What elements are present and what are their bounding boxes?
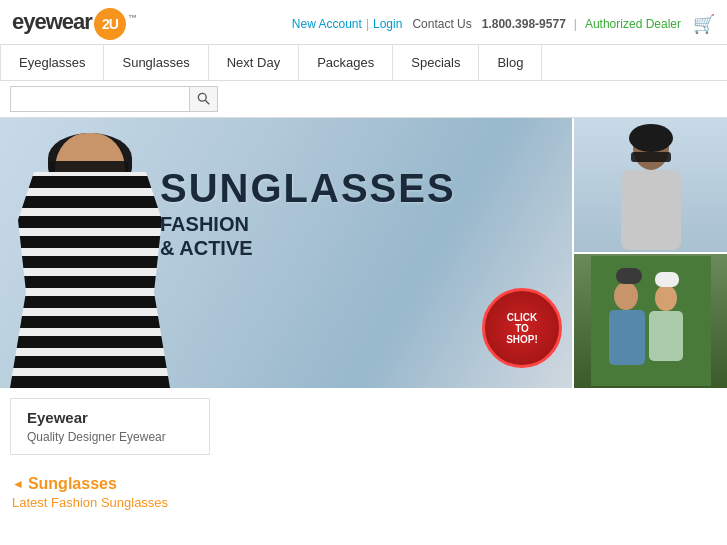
main-nav: Eyeglasses Sunglasses Next Day Packages … [0,44,727,81]
logo: eyewear2U™ [12,8,136,40]
banner-right-thumbnails [572,118,727,388]
banner-heading: SUNGLASSES [160,168,456,208]
search-bar [0,81,727,118]
svg-rect-8 [616,268,642,284]
contact-us: Contact Us [412,17,471,31]
logo-wear: wear [46,9,92,34]
logo-text: eyewear2U™ [12,8,136,40]
phone-number: 1.800.398-9577 [482,17,566,31]
nav-item-blog[interactable]: Blog [479,45,542,80]
card-subtitle: Quality Designer Eyewear [27,430,193,444]
svg-point-4 [629,124,673,152]
svg-point-7 [614,282,638,310]
search-button[interactable] [190,86,218,112]
banner-subheading: FASHION & ACTIVE [160,212,456,260]
thumb-top-person [611,120,691,250]
svg-rect-3 [621,170,681,250]
nav-item-eyeglasses[interactable]: Eyeglasses [0,45,104,80]
logo-badge: 2U [94,8,126,40]
eyewear-card: Eyewear Quality Designer Eyewear [10,398,210,455]
svg-rect-5 [631,152,671,162]
person-body [10,148,170,388]
login-link[interactable]: Login [373,17,402,31]
thumbnail-top [572,118,727,252]
nav-item-specials[interactable]: Specials [393,45,479,80]
sunglasses-title-text: Sunglasses [28,475,117,493]
authorized-dealer: Authorized Dealer [585,17,681,31]
card-title: Eyewear [27,409,193,426]
sep2: | [574,17,577,31]
svg-line-1 [205,100,209,104]
sep1: | [366,17,369,31]
nav-item-packages[interactable]: Packages [299,45,393,80]
svg-rect-11 [655,272,679,287]
sunglasses-section-subtitle[interactable]: Latest Fashion Sunglasses [12,495,715,510]
thumbnail-bottom [572,252,727,388]
svg-rect-9 [609,310,645,365]
click-to-shop-button[interactable]: CLICK TO SHOP! [482,288,562,368]
banner-main: SUNGLASSES FASHION & ACTIVE CLICK TO SHO… [0,118,572,388]
sunglasses-section-title[interactable]: Sunglasses [12,475,715,493]
header: eyewear2U™ New Account | Login Contact U… [0,0,727,44]
sunglasses-section: Sunglasses Latest Fashion Sunglasses [12,475,715,510]
logo-tm: ™ [128,13,136,23]
svg-point-0 [198,93,206,101]
new-account-link[interactable]: New Account [292,17,362,31]
cart-icon[interactable]: 🛒 [693,13,715,35]
nav-item-next-day[interactable]: Next Day [209,45,299,80]
thumb-bottom-persons [591,256,711,386]
header-right: New Account | Login Contact Us 1.800.398… [292,13,715,35]
search-icon [197,92,211,106]
banner: SUNGLASSES FASHION & ACTIVE CLICK TO SHO… [0,118,727,388]
cta-line2: TO [515,323,529,334]
search-input[interactable] [10,86,190,112]
cta-line3: SHOP! [506,334,538,345]
logo-eye: eye [12,9,46,34]
svg-rect-12 [649,311,683,361]
cta-line1: CLICK [507,312,538,323]
nav-item-sunglasses[interactable]: Sunglasses [104,45,208,80]
svg-point-10 [655,285,677,311]
banner-text: SUNGLASSES FASHION & ACTIVE [160,168,456,260]
